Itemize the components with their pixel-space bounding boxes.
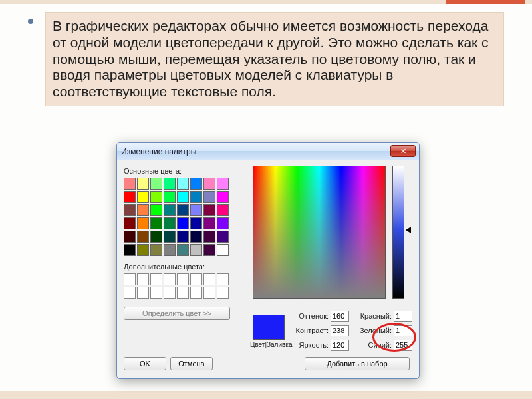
luminosity-pointer-icon[interactable]	[406, 227, 411, 233]
basic-swatch[interactable]	[190, 217, 202, 229]
basic-swatch[interactable]	[190, 204, 202, 216]
basic-swatch[interactable]	[137, 217, 149, 229]
basic-swatch[interactable]	[177, 217, 189, 229]
basic-swatch[interactable]	[137, 204, 149, 216]
close-button[interactable]: ✕	[390, 145, 416, 157]
ok-button[interactable]: OK	[124, 357, 166, 370]
basic-swatch[interactable]	[164, 217, 176, 229]
blue-label: Синий:	[353, 341, 392, 349]
custom-swatch[interactable]	[164, 287, 176, 299]
slide-top-accent	[446, 0, 525, 4]
blue-input[interactable]	[394, 340, 412, 351]
close-icon: ✕	[400, 147, 406, 156]
sat-label: Контраст:	[291, 327, 329, 334]
basic-swatch[interactable]	[124, 204, 136, 216]
color-preview-label: Цвет|Заливка	[250, 341, 293, 348]
dialog-title: Изменение палитры	[121, 147, 196, 156]
basic-swatch[interactable]	[203, 204, 215, 216]
custom-swatch[interactable]	[177, 273, 189, 285]
basic-swatch[interactable]	[217, 244, 229, 256]
basic-swatch[interactable]	[137, 231, 149, 243]
color-preview-swatch	[253, 315, 285, 340]
custom-swatch[interactable]	[150, 287, 162, 299]
hue-label: Оттенок:	[291, 312, 329, 320]
custom-swatch[interactable]	[137, 273, 149, 285]
basic-swatch[interactable]	[203, 231, 215, 243]
basic-swatch[interactable]	[164, 244, 176, 256]
lum-label: Яркость:	[291, 341, 329, 349]
slide-paragraph: В графических редакторах обычно имеется …	[45, 12, 504, 106]
basic-swatch[interactable]	[150, 217, 162, 229]
basic-swatch[interactable]	[177, 178, 189, 190]
color-gradient-field[interactable]	[253, 166, 386, 299]
basic-swatch[interactable]	[150, 178, 162, 190]
add-to-set-button[interactable]: Добавить в набор	[305, 357, 410, 370]
basic-swatch[interactable]	[217, 191, 229, 203]
basic-swatch[interactable]	[203, 217, 215, 229]
red-input[interactable]	[394, 311, 412, 322]
basic-swatch[interactable]	[190, 244, 202, 256]
basic-swatch[interactable]	[177, 204, 189, 216]
hue-input[interactable]	[331, 311, 349, 322]
basic-swatch[interactable]	[150, 231, 162, 243]
green-input[interactable]	[394, 325, 412, 336]
sat-input[interactable]	[331, 325, 349, 336]
basic-swatch[interactable]	[203, 191, 215, 203]
custom-swatch[interactable]	[124, 273, 136, 285]
basic-swatch[interactable]	[124, 191, 136, 203]
custom-swatch[interactable]	[217, 287, 229, 299]
basic-swatch[interactable]	[124, 244, 136, 256]
basic-swatch[interactable]	[137, 178, 149, 190]
basic-swatch[interactable]	[164, 204, 176, 216]
red-label: Красный:	[353, 312, 392, 320]
basic-swatch[interactable]	[217, 231, 229, 243]
basic-swatch[interactable]	[164, 231, 176, 243]
cancel-button[interactable]: Отмена	[170, 357, 213, 370]
basic-swatch[interactable]	[190, 191, 202, 203]
define-color-button[interactable]: Определить цвет >>	[124, 307, 230, 320]
basic-swatch[interactable]	[217, 204, 229, 216]
basic-swatch[interactable]	[124, 178, 136, 190]
color-dialog: Изменение палитры ✕ Основные цвета: Допо…	[116, 142, 420, 379]
dialog-body: Основные цвета: Дополнительные цвета: Оп…	[117, 160, 419, 378]
custom-swatch[interactable]	[190, 287, 202, 299]
basic-swatch[interactable]	[203, 178, 215, 190]
basic-swatch[interactable]	[203, 244, 215, 256]
basic-swatch[interactable]	[150, 244, 162, 256]
lum-input[interactable]	[331, 340, 349, 351]
basic-swatch[interactable]	[124, 217, 136, 229]
custom-swatch[interactable]	[217, 273, 229, 285]
custom-swatch[interactable]	[203, 287, 215, 299]
custom-swatch[interactable]	[150, 273, 162, 285]
basic-swatch[interactable]	[190, 231, 202, 243]
custom-swatch[interactable]	[177, 287, 189, 299]
basic-swatch[interactable]	[137, 244, 149, 256]
custom-swatch[interactable]	[164, 273, 176, 285]
dialog-titlebar[interactable]: Изменение палитры ✕	[117, 143, 419, 160]
slide-bottom-bar	[0, 391, 532, 399]
basic-swatch[interactable]	[177, 231, 189, 243]
basic-swatch[interactable]	[164, 178, 176, 190]
basic-swatch[interactable]	[150, 191, 162, 203]
basic-swatch[interactable]	[217, 217, 229, 229]
basic-swatch[interactable]	[217, 178, 229, 190]
basic-swatch[interactable]	[177, 191, 189, 203]
basic-swatch[interactable]	[137, 191, 149, 203]
basic-swatch[interactable]	[190, 178, 202, 190]
value-fields: Оттенок: Красный: Контраст: Зеленый: Ярк…	[291, 308, 412, 353]
basic-swatch[interactable]	[177, 244, 189, 256]
custom-swatch[interactable]	[124, 287, 136, 299]
green-label: Зеленый:	[353, 327, 392, 334]
basic-swatch[interactable]	[150, 204, 162, 216]
bullet-icon	[28, 19, 33, 24]
basic-swatch[interactable]	[164, 191, 176, 203]
basic-swatch[interactable]	[124, 231, 136, 243]
luminosity-bar[interactable]	[392, 166, 404, 299]
custom-swatch[interactable]	[137, 287, 149, 299]
custom-swatch[interactable]	[190, 273, 202, 285]
custom-swatch[interactable]	[203, 273, 215, 285]
dialog-buttons: OK Отмена	[124, 357, 213, 370]
